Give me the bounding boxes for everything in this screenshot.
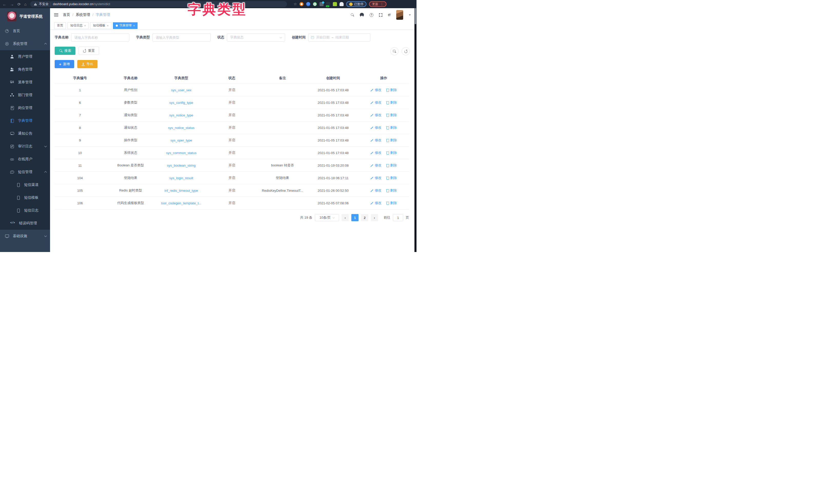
sidebar-item-home[interactable]: 首页 [0, 25, 50, 37]
sidebar-item-sms-log[interactable]: 短信日志 [0, 204, 50, 217]
sidebar-fold-icon[interactable] [54, 13, 58, 17]
window-scrollbar[interactable] [414, 8, 416, 252]
search-button[interactable]: 搜索 [55, 47, 75, 55]
prev-page-button[interactable]: ‹ [341, 214, 349, 221]
paused-extension-pill[interactable]: 已暂停 [346, 1, 366, 7]
next-page-button[interactable]: › [371, 214, 378, 221]
dict-type-link[interactable]: sys_config_type [169, 101, 193, 105]
edit-link[interactable]: 修改 [371, 163, 381, 168]
sidebar-item-online-users[interactable]: 在线用户 [0, 153, 50, 166]
orange-ring-extension-icon[interactable] [300, 2, 304, 6]
help-icon[interactable]: ? [370, 13, 373, 17]
edit-link[interactable]: 修改 [371, 201, 381, 205]
dict-type-input[interactable] [152, 33, 211, 42]
dict-type-link[interactable]: sys_login_result [169, 176, 193, 180]
dict-type-link[interactable]: sys_common_status [166, 151, 196, 155]
dict-type-link[interactable]: inf_redis_timeout_type [165, 189, 198, 193]
sidebar-item-role-management[interactable]: 角色管理 [0, 63, 50, 76]
edit-link[interactable]: 修改 [371, 138, 381, 143]
close-icon[interactable]: × [107, 24, 108, 27]
search-icon[interactable] [351, 13, 354, 17]
sidebar-item-dept-management[interactable]: 部门管理 [0, 89, 50, 102]
goto-page-input[interactable] [393, 214, 403, 221]
dict-type-link[interactable]: sys_notice_status [168, 126, 194, 130]
reset-button[interactable]: 重置 [78, 47, 99, 55]
ghost-extension-icon[interactable] [339, 2, 343, 6]
tab-home[interactable]: 首页 [54, 22, 66, 29]
edit-link[interactable]: 修改 [371, 113, 381, 118]
add-button[interactable]: + 新增 [55, 60, 74, 68]
android-extension-icon[interactable] [333, 2, 337, 6]
breadcrumb-home[interactable]: 首页 [63, 12, 70, 17]
bookmark-star-icon[interactable]: ☆ [293, 2, 297, 6]
edit-link[interactable]: 修改 [371, 176, 381, 180]
edit-link[interactable]: 修改 [371, 125, 381, 130]
delete-link[interactable]: 删除 [386, 150, 397, 155]
edit-link[interactable]: 修改 [371, 88, 381, 92]
page-1-button[interactable]: 1 [351, 214, 358, 221]
breadcrumb-system[interactable]: 系统管理 [76, 12, 90, 17]
edit-link[interactable]: 修改 [371, 188, 381, 193]
green-v-extension-icon[interactable]: V [313, 2, 317, 6]
page-2-button[interactable]: 2 [361, 214, 368, 221]
date-range-picker[interactable]: 开始日期 ~ 结束日期 [308, 33, 370, 42]
sidebar-item-sms-management[interactable]: 短信管理 [0, 166, 50, 178]
delete-link[interactable]: 删除 [386, 201, 397, 205]
blue-drop-extension-icon[interactable] [306, 2, 310, 6]
delete-link[interactable]: 删除 [386, 176, 397, 180]
forward-icon[interactable]: → [10, 2, 14, 6]
sidebar-item-user-management[interactable]: 用户管理 [0, 50, 50, 63]
sidebar-item-error-code[interactable]: </> 错误码管理 [0, 217, 50, 230]
sidebar-item-system-management[interactable]: 系统管理 [0, 37, 50, 50]
github-icon[interactable] [360, 13, 364, 17]
delete-link[interactable]: 删除 [386, 188, 397, 193]
sidebar-item-infrastructure[interactable]: 基础设施 [0, 230, 50, 243]
delete-link[interactable]: 删除 [386, 125, 397, 130]
sidebar-item-sms-template[interactable]: 短信模板 [0, 191, 50, 204]
sidebar-item-menu-management[interactable]: 菜单管理 [0, 76, 50, 89]
tab-dict-management[interactable]: 字典管理 × [113, 22, 138, 29]
sidebar-item-post-management[interactable]: 岗位管理 [0, 102, 50, 114]
edit-link[interactable]: 修改 [371, 100, 381, 105]
app-logo-row[interactable]: 芋道管理系统 [0, 8, 50, 25]
sidebar-item-dict-management[interactable]: 字典管理 [0, 114, 50, 127]
tab-sms-log[interactable]: 短信日志 × [68, 22, 89, 29]
page-size-select[interactable]: 10条/页 [315, 214, 339, 221]
back-icon[interactable]: ← [3, 2, 6, 6]
scrollbar-thumb[interactable] [415, 8, 416, 24]
browser-menu-dots-icon[interactable]: ⋮ [380, 2, 383, 6]
close-icon[interactable]: × [84, 24, 86, 27]
delete-link[interactable]: 删除 [386, 100, 397, 105]
dict-type-link[interactable]: tool_codegen_template_t... [161, 201, 201, 205]
export-button[interactable]: 导出 [77, 60, 97, 68]
reload-icon[interactable]: ⟳ [18, 2, 21, 6]
dict-type-link[interactable]: sys_oper_type [170, 138, 192, 142]
address-bar[interactable]: 不安全 dashboard.yudao.iocoder.cn/system/di… [30, 1, 287, 7]
dict-type-link[interactable]: sys_boolean_string [167, 163, 195, 168]
dict-type-link[interactable]: sys_user_sex [171, 88, 191, 92]
user-avatar[interactable] [396, 10, 403, 20]
sidebar-item-sms-channel[interactable]: 短信渠道 [0, 178, 50, 191]
browser-update-pill[interactable]: 更新 ⋮ [369, 1, 386, 7]
status-select[interactable]: 字典状态 [227, 33, 285, 42]
close-icon[interactable]: × [133, 24, 135, 27]
sidebar-item-audit-log[interactable]: 审计日志 [0, 140, 50, 153]
home-icon[interactable]: ⌂ [24, 2, 27, 6]
show-search-button[interactable] [390, 47, 399, 55]
sidebar-item-notice[interactable]: 通知公告 [0, 127, 50, 140]
fullscreen-icon[interactable] [379, 13, 382, 17]
dict-name-input[interactable] [71, 33, 129, 42]
security-warning-icon[interactable] [34, 3, 37, 5]
delete-link[interactable]: 删除 [386, 163, 397, 168]
on-badge-extension-icon[interactable] [326, 2, 330, 6]
dict-type-link[interactable]: sys_notice_type [169, 113, 193, 117]
refresh-table-button[interactable] [402, 47, 410, 55]
caret-down-icon[interactable] [409, 14, 411, 16]
grid-diamond-extension-icon[interactable] [319, 2, 324, 6]
delete-link[interactable]: 删除 [386, 88, 397, 92]
delete-link[interactable]: 删除 [386, 113, 397, 118]
delete-link[interactable]: 删除 [386, 138, 397, 143]
tab-sms-template[interactable]: 短信模板 × [90, 22, 111, 29]
font-size-icon[interactable]: tT [388, 13, 390, 17]
edit-link[interactable]: 修改 [371, 150, 381, 155]
